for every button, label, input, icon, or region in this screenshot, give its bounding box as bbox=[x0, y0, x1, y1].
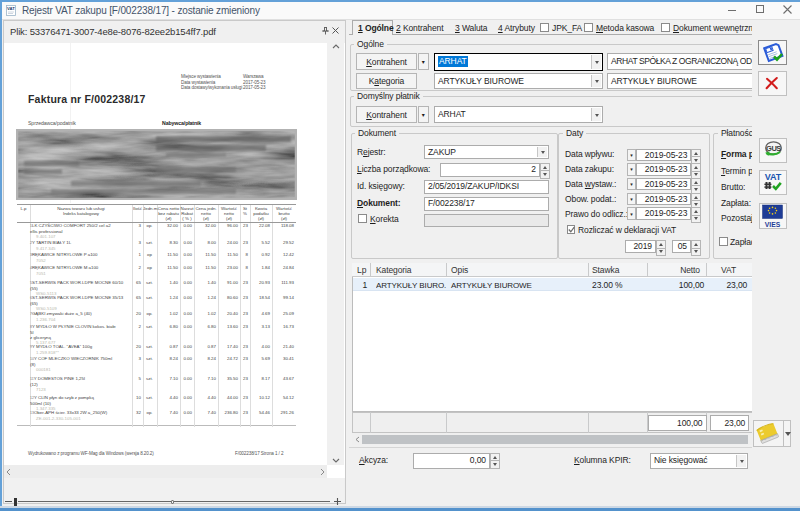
svg-text:VAT: VAT bbox=[765, 172, 782, 182]
svg-text:VAT: VAT bbox=[7, 6, 15, 11]
svg-text:VIES: VIES bbox=[765, 221, 781, 228]
